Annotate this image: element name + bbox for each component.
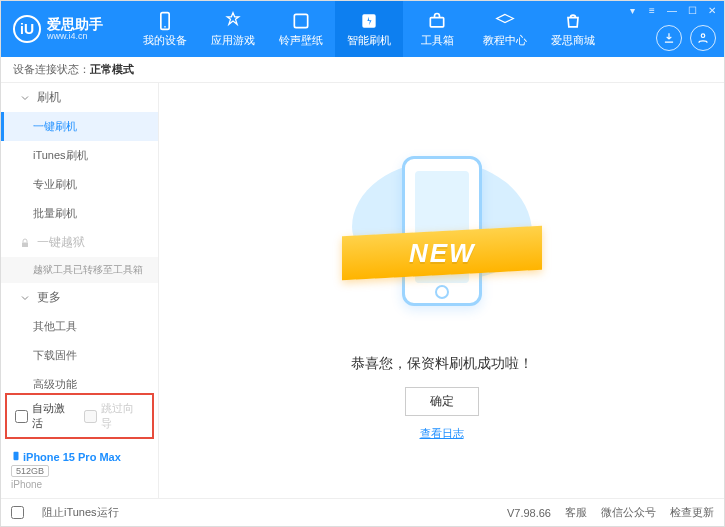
download-icon[interactable] xyxy=(656,25,682,51)
footer-link-wechat[interactable]: 微信公众号 xyxy=(601,505,656,520)
checkbox-label: 自动激活 xyxy=(32,401,76,431)
sidebar-group-jailbreak: 一键越狱 xyxy=(1,228,158,257)
tab-label: 爱思商城 xyxy=(551,33,595,48)
sidebar-item-other-tools[interactable]: 其他工具 xyxy=(1,312,158,341)
tab-ringtone-wallpaper[interactable]: 铃声壁纸 xyxy=(267,1,335,57)
tab-label: 铃声壁纸 xyxy=(279,33,323,48)
group-label: 一键越狱 xyxy=(37,234,85,251)
app-header: iU 爱思助手 www.i4.cn 我的设备 应用游戏 铃声壁纸 智能刷机 工具… xyxy=(1,1,724,57)
top-tabs: 我的设备 应用游戏 铃声壁纸 智能刷机 工具箱 教程中心 爱思商城 xyxy=(131,1,607,57)
chevron-down-icon xyxy=(19,292,31,304)
tab-smart-flash[interactable]: 智能刷机 xyxy=(335,1,403,57)
minimize-icon[interactable]: — xyxy=(666,5,678,16)
device-icon xyxy=(155,11,175,31)
sidebar-item-batch-flash[interactable]: 批量刷机 xyxy=(1,199,158,228)
footer-link-support[interactable]: 客服 xyxy=(565,505,587,520)
device-name[interactable]: iPhone 15 Pro Max xyxy=(11,449,148,463)
tab-label: 工具箱 xyxy=(421,33,454,48)
menu-icon[interactable]: ▾ xyxy=(626,5,638,16)
device-model: iPhone xyxy=(11,479,148,490)
flash-options-row: 自动激活 跳过向导 xyxy=(5,393,154,439)
logo-title: 爱思助手 xyxy=(47,17,103,31)
version-label: V7.98.66 xyxy=(507,507,551,519)
tab-store[interactable]: 爱思商城 xyxy=(539,1,607,57)
success-illustration: NEW xyxy=(342,141,542,341)
ribbon-text: NEW xyxy=(408,237,475,268)
svg-point-5 xyxy=(701,34,705,38)
tab-label: 智能刷机 xyxy=(347,33,391,48)
success-message: 恭喜您，保资料刷机成功啦！ xyxy=(351,355,533,373)
lock-icon xyxy=(19,237,31,249)
block-itunes-checkbox[interactable]: 阻止iTunes运行 xyxy=(11,505,119,520)
tab-label: 我的设备 xyxy=(143,33,187,48)
settings-icon[interactable]: ≡ xyxy=(646,5,658,16)
tab-apps-games[interactable]: 应用游戏 xyxy=(199,1,267,57)
group-label: 刷机 xyxy=(37,89,61,106)
tutorial-icon xyxy=(495,11,515,31)
tab-label: 应用游戏 xyxy=(211,33,255,48)
svg-rect-2 xyxy=(294,14,307,27)
svg-rect-7 xyxy=(14,452,19,460)
logo[interactable]: iU 爱思助手 www.i4.cn xyxy=(1,15,131,43)
logo-mark-icon: iU xyxy=(13,15,41,43)
sidebar-item-itunes-flash[interactable]: iTunes刷机 xyxy=(1,141,158,170)
user-icon[interactable] xyxy=(690,25,716,51)
auto-activate-checkbox[interactable]: 自动激活 xyxy=(15,401,76,431)
status-label: 设备连接状态： xyxy=(13,62,90,77)
checkbox-label: 阻止iTunes运行 xyxy=(42,505,119,520)
toolbox-icon xyxy=(427,11,447,31)
view-log-link[interactable]: 查看日志 xyxy=(420,426,464,441)
footer-link-update[interactable]: 检查更新 xyxy=(670,505,714,520)
flash-icon xyxy=(359,11,379,31)
chevron-down-icon xyxy=(19,92,31,104)
checkbox-label: 跳过向导 xyxy=(101,401,145,431)
media-icon xyxy=(291,11,311,31)
phone-icon xyxy=(11,449,21,463)
skip-guide-checkbox[interactable]: 跳过向导 xyxy=(84,401,145,431)
sidebar-item-oneclick-flash[interactable]: 一键刷机 xyxy=(1,112,158,141)
ok-button[interactable]: 确定 xyxy=(405,387,479,416)
sidebar-item-pro-flash[interactable]: 专业刷机 xyxy=(1,170,158,199)
tab-label: 教程中心 xyxy=(483,33,527,48)
device-storage-badge: 512GB xyxy=(11,465,49,477)
sidebar-group-flash[interactable]: 刷机 xyxy=(1,83,158,112)
sidebar-item-download-firmware[interactable]: 下载固件 xyxy=(1,341,158,370)
device-info: iPhone 15 Pro Max 512GB iPhone xyxy=(1,443,158,498)
svg-rect-4 xyxy=(430,17,443,26)
logo-url: www.i4.cn xyxy=(47,31,103,41)
status-value: 正常模式 xyxy=(90,62,134,77)
main-panel: NEW 恭喜您，保资料刷机成功啦！ 确定 查看日志 xyxy=(159,83,724,498)
svg-rect-6 xyxy=(22,242,28,247)
svg-point-1 xyxy=(164,26,166,28)
tab-tutorials[interactable]: 教程中心 xyxy=(471,1,539,57)
sidebar: 刷机 一键刷机 iTunes刷机 专业刷机 批量刷机 一键越狱 越狱工具已转移至… xyxy=(1,83,159,498)
footer: 阻止iTunes运行 V7.98.66 客服 微信公众号 检查更新 xyxy=(1,498,724,526)
close-icon[interactable]: ✕ xyxy=(706,5,718,16)
sidebar-item-advanced[interactable]: 高级功能 xyxy=(1,370,158,389)
tab-toolbox[interactable]: 工具箱 xyxy=(403,1,471,57)
apps-icon xyxy=(223,11,243,31)
store-icon xyxy=(563,11,583,31)
device-status-bar: 设备连接状态： 正常模式 xyxy=(1,57,724,83)
tab-my-device[interactable]: 我的设备 xyxy=(131,1,199,57)
sidebar-jailbreak-note: 越狱工具已转移至工具箱 xyxy=(1,257,158,283)
maximize-icon[interactable]: ☐ xyxy=(686,5,698,16)
group-label: 更多 xyxy=(37,289,61,306)
sidebar-group-more[interactable]: 更多 xyxy=(1,283,158,312)
